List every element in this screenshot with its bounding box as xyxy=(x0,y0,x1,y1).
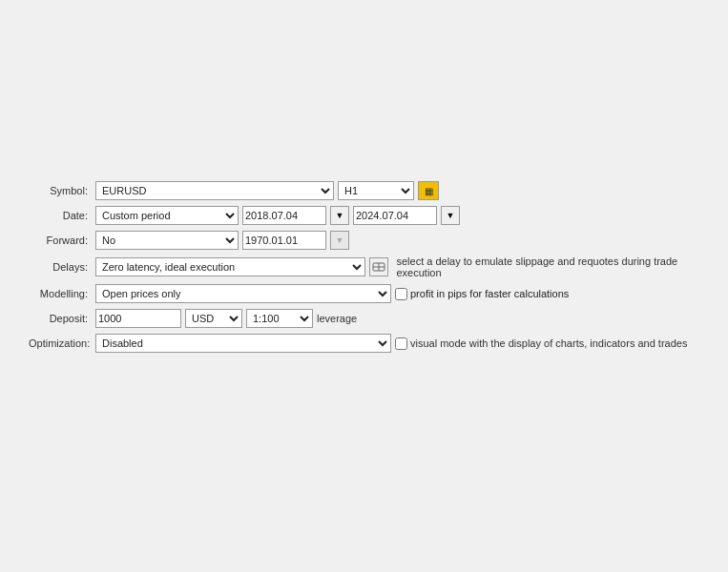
optimization-row: Optimization: Disabled Slow complete alg… xyxy=(29,334,697,353)
optimization-row-content: Disabled Slow complete algorithm Fast ge… xyxy=(95,334,697,353)
forward-row: Forward: No 1/2 1/3 1/4 Last 2 years Las… xyxy=(29,231,697,250)
modelling-label: Modelling: xyxy=(29,288,95,299)
symbol-label: Symbol: xyxy=(29,185,95,196)
date-label: Date: xyxy=(29,210,95,221)
period-select[interactable]: Custom period All history xyxy=(95,206,239,225)
date-to-button[interactable]: ▼ xyxy=(441,206,460,225)
optimization-label: Optimization: xyxy=(29,337,95,349)
visual-mode-label: visual mode with the display of charts, … xyxy=(410,337,687,349)
delays-label: Delays: xyxy=(29,261,95,273)
slippage-button[interactable] xyxy=(369,257,388,276)
date-to-input[interactable] xyxy=(353,206,437,225)
date-from-input[interactable] xyxy=(242,206,326,225)
currency-select[interactable]: USD EUR GBP JPY xyxy=(185,309,242,328)
optimization-select[interactable]: Disabled Slow complete algorithm Fast ge… xyxy=(95,334,391,353)
forward-row-content: No 1/2 1/3 1/4 Last 2 years Last 1 year … xyxy=(95,231,697,250)
timeframe-select[interactable]: M1M5M15M30 H1H4D1W1MN xyxy=(338,181,414,200)
deposit-label: Deposit: xyxy=(29,313,95,324)
chart-button[interactable]: ▦ xyxy=(418,181,439,200)
deposit-row: Deposit: USD EUR GBP JPY 1:1 1:2 1:5 1:1… xyxy=(29,309,697,328)
form-panel: Symbol: EURUSD M1M5M15M30 H1H4D1W1MN ▦ D… xyxy=(29,181,697,358)
deposit-amount-input[interactable] xyxy=(95,309,181,328)
leverage-ratio-select[interactable]: 1:1 1:2 1:5 1:10 1:20 1:50 1:100 1:200 1… xyxy=(246,309,313,328)
forward-select[interactable]: No 1/2 1/3 1/4 Last 2 years Last 1 year … xyxy=(95,231,239,250)
forward-label: Forward: xyxy=(29,235,95,246)
visual-mode-checkbox[interactable] xyxy=(395,337,407,350)
profit-pips-checkbox[interactable] xyxy=(395,288,407,300)
deposit-row-content: USD EUR GBP JPY 1:1 1:2 1:5 1:10 1:20 1:… xyxy=(95,309,697,328)
date-from-button[interactable]: ▼ xyxy=(330,206,349,225)
modelling-row-content: Every tick Every tick based on real tick… xyxy=(95,284,697,303)
forward-date-input xyxy=(242,231,326,250)
modelling-row: Modelling: Every tick Every tick based o… xyxy=(29,284,697,303)
modelling-select[interactable]: Every tick Every tick based on real tick… xyxy=(95,284,391,303)
delays-select[interactable]: Zero latency, ideal execution Random 1ms… xyxy=(95,257,365,276)
symbol-select[interactable]: EURUSD xyxy=(95,181,334,200)
symbol-row-content: EURUSD M1M5M15M30 H1H4D1W1MN ▦ xyxy=(95,181,697,200)
profit-pips-label: profit in pips for faster calculations xyxy=(410,288,569,299)
visual-mode-group: visual mode with the display of charts, … xyxy=(395,337,687,350)
date-row-content: Custom period All history ▼ ▼ xyxy=(95,206,697,225)
slippage-help-text: select a delay to emulate slippage and r… xyxy=(396,255,697,278)
profit-pips-group: profit in pips for faster calculations xyxy=(395,288,569,300)
delays-row-content: Zero latency, ideal execution Random 1ms… xyxy=(95,255,697,278)
symbol-row: Symbol: EURUSD M1M5M15M30 H1H4D1W1MN ▦ xyxy=(29,181,697,200)
leverage-label-text: leverage xyxy=(317,313,357,324)
forward-date-button: ▼ xyxy=(330,231,349,250)
delays-row: Delays: Zero latency, ideal execution Ra… xyxy=(29,255,697,278)
slippage-icon xyxy=(372,260,385,274)
date-row: Date: Custom period All history ▼ ▼ xyxy=(29,206,697,225)
